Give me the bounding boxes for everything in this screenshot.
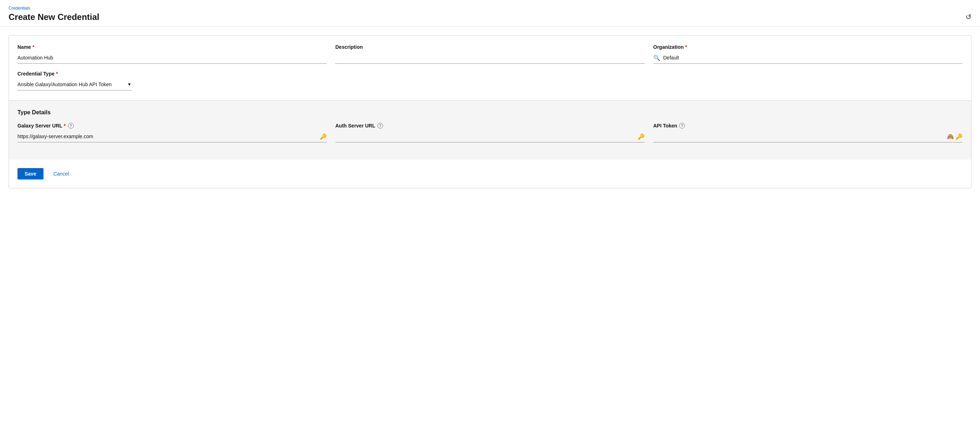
api-token-field: 🙈 🔑 <box>653 131 963 143</box>
cancel-button[interactable]: Cancel <box>49 168 73 179</box>
auth-server-url-field: 🔑 <box>335 131 645 143</box>
api-token-key-icon[interactable]: 🔑 <box>955 133 963 140</box>
page-title: Create New Credential <box>8 12 99 22</box>
form-card: Name * Description <box>8 35 972 188</box>
auth-server-url-group: Auth Server URL ? 🔑 <box>335 123 645 143</box>
page-header: Credentials Create New Credential ↺ <box>0 0 980 27</box>
main-form-section: Name * Description <box>9 36 971 100</box>
eye-slash-icon[interactable]: 🙈 <box>947 133 954 140</box>
org-search-icon[interactable]: 🔍 <box>653 54 660 61</box>
api-token-help-icon[interactable]: ? <box>679 123 685 129</box>
api-token-label: API Token ? <box>653 123 963 129</box>
api-token-group: API Token ? 🙈 🔑 <box>653 123 963 143</box>
auth-server-url-input[interactable] <box>335 131 645 142</box>
name-required-star: * <box>32 44 34 50</box>
galaxy-server-url-group: Galaxy Server URL * ? 🔑 <box>18 123 327 143</box>
org-input-wrapper: 🔍 <box>653 52 963 64</box>
name-label: Name * <box>18 44 327 50</box>
credential-type-row: Credential Type * Ansible Galaxy/Automat… <box>18 71 963 90</box>
credential-type-select[interactable]: Ansible Galaxy/Automation Hub API Token <box>18 79 132 90</box>
galaxy-url-help-icon[interactable]: ? <box>68 123 74 129</box>
organization-input[interactable] <box>663 53 963 62</box>
type-details-section: Type Details Galaxy Server URL * ? 🔑 <box>9 100 971 160</box>
auth-server-url-label: Auth Server URL ? <box>335 123 645 129</box>
organization-field-group: Organization * 🔍 <box>653 44 963 64</box>
organization-label: Organization * <box>653 44 963 50</box>
org-required-star: * <box>685 44 687 50</box>
galaxy-url-key-icon[interactable]: 🔑 <box>320 133 327 140</box>
page-title-row: Create New Credential ↺ <box>8 12 972 22</box>
auth-url-key-icon[interactable]: 🔑 <box>638 133 645 140</box>
description-label: Description <box>335 44 645 50</box>
galaxy-server-url-label: Galaxy Server URL * ? <box>18 123 327 129</box>
credential-type-field-group: Credential Type * Ansible Galaxy/Automat… <box>18 71 132 90</box>
description-input[interactable] <box>335 52 645 64</box>
name-field-group: Name * <box>18 44 327 64</box>
galaxy-server-url-input[interactable] <box>18 131 327 142</box>
galaxy-server-url-field: 🔑 <box>18 131 327 143</box>
name-desc-org-row: Name * Description <box>18 44 963 64</box>
page-wrapper: Credentials Create New Credential ↺ Name… <box>0 0 980 438</box>
type-details-title: Type Details <box>18 110 963 116</box>
page-content: Name * Description <box>0 27 980 438</box>
galaxy-url-required-star: * <box>64 123 65 129</box>
description-field-group: Description <box>335 44 645 64</box>
api-token-input[interactable] <box>653 131 963 142</box>
credential-type-label: Credential Type * <box>18 71 132 76</box>
save-button[interactable]: Save <box>18 168 43 179</box>
auth-url-help-icon[interactable]: ? <box>377 123 383 129</box>
history-icon[interactable]: ↺ <box>966 13 972 21</box>
cred-type-required-star: * <box>56 71 58 76</box>
action-row: Save Cancel <box>9 160 971 188</box>
name-input[interactable] <box>18 52 327 64</box>
type-details-fields-row: Galaxy Server URL * ? 🔑 Auth Server URL <box>18 123 963 143</box>
breadcrumb[interactable]: Credentials <box>8 6 972 11</box>
credential-type-select-wrapper: Ansible Galaxy/Automation Hub API Token … <box>18 79 132 90</box>
